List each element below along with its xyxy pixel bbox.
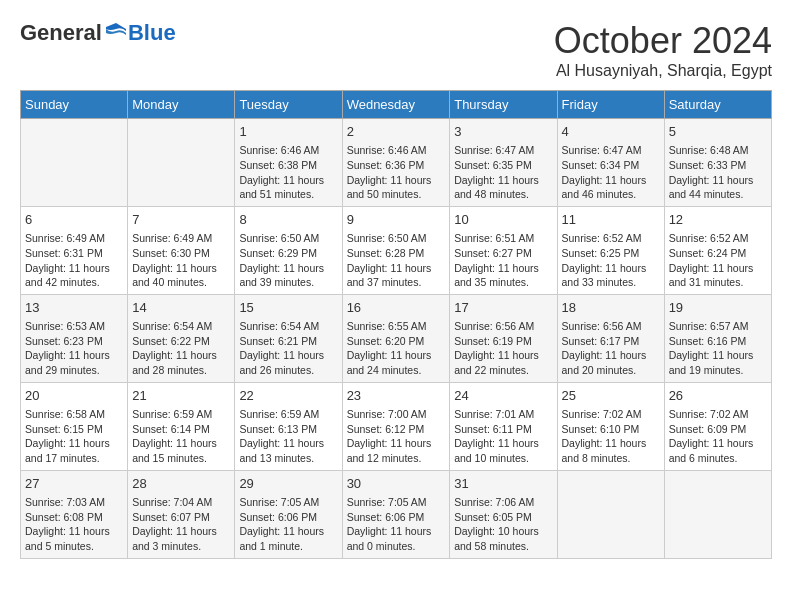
cell-text: Daylight: 11 hours and 35 minutes.	[454, 261, 552, 290]
header-friday: Friday	[557, 91, 664, 119]
header-saturday: Saturday	[664, 91, 771, 119]
cell-text: Sunrise: 6:55 AM	[347, 319, 446, 334]
cell-text: Sunrise: 6:48 AM	[669, 143, 767, 158]
logo: General Blue	[20, 20, 176, 46]
cell-text: Sunrise: 6:57 AM	[669, 319, 767, 334]
day-number: 6	[25, 211, 123, 229]
cell-text: Sunrise: 7:05 AM	[239, 495, 337, 510]
day-number: 14	[132, 299, 230, 317]
cell-text: Sunrise: 6:47 AM	[454, 143, 552, 158]
calendar-week-row: 1Sunrise: 6:46 AMSunset: 6:38 PMDaylight…	[21, 119, 772, 207]
cell-text: Sunset: 6:09 PM	[669, 422, 767, 437]
cell-text: Daylight: 11 hours and 28 minutes.	[132, 348, 230, 377]
cell-text: Daylight: 11 hours and 15 minutes.	[132, 436, 230, 465]
day-number: 4	[562, 123, 660, 141]
cell-text: Sunset: 6:34 PM	[562, 158, 660, 173]
calendar-cell: 22Sunrise: 6:59 AMSunset: 6:13 PMDayligh…	[235, 382, 342, 470]
calendar-cell: 7Sunrise: 6:49 AMSunset: 6:30 PMDaylight…	[128, 206, 235, 294]
day-number: 24	[454, 387, 552, 405]
day-number: 27	[25, 475, 123, 493]
cell-text: Sunset: 6:28 PM	[347, 246, 446, 261]
cell-text: Daylight: 11 hours and 42 minutes.	[25, 261, 123, 290]
cell-text: Daylight: 11 hours and 13 minutes.	[239, 436, 337, 465]
calendar-cell: 26Sunrise: 7:02 AMSunset: 6:09 PMDayligh…	[664, 382, 771, 470]
logo-general: General	[20, 20, 102, 46]
header-thursday: Thursday	[450, 91, 557, 119]
day-number: 21	[132, 387, 230, 405]
calendar-cell: 4Sunrise: 6:47 AMSunset: 6:34 PMDaylight…	[557, 119, 664, 207]
cell-text: Sunrise: 7:01 AM	[454, 407, 552, 422]
cell-text: Daylight: 11 hours and 12 minutes.	[347, 436, 446, 465]
cell-text: Sunset: 6:16 PM	[669, 334, 767, 349]
cell-text: Sunrise: 6:51 AM	[454, 231, 552, 246]
logo-icon	[104, 21, 128, 45]
day-number: 30	[347, 475, 446, 493]
cell-text: Sunset: 6:12 PM	[347, 422, 446, 437]
calendar-cell: 2Sunrise: 6:46 AMSunset: 6:36 PMDaylight…	[342, 119, 450, 207]
calendar-cell: 3Sunrise: 6:47 AMSunset: 6:35 PMDaylight…	[450, 119, 557, 207]
calendar-week-row: 20Sunrise: 6:58 AMSunset: 6:15 PMDayligh…	[21, 382, 772, 470]
day-number: 22	[239, 387, 337, 405]
calendar-cell: 29Sunrise: 7:05 AMSunset: 6:06 PMDayligh…	[235, 470, 342, 558]
cell-text: Sunset: 6:35 PM	[454, 158, 552, 173]
cell-text: Sunset: 6:23 PM	[25, 334, 123, 349]
location-title: Al Husayniyah, Sharqia, Egypt	[554, 62, 772, 80]
cell-text: Daylight: 11 hours and 37 minutes.	[347, 261, 446, 290]
cell-text: Daylight: 11 hours and 44 minutes.	[669, 173, 767, 202]
calendar-cell: 24Sunrise: 7:01 AMSunset: 6:11 PMDayligh…	[450, 382, 557, 470]
calendar-cell: 20Sunrise: 6:58 AMSunset: 6:15 PMDayligh…	[21, 382, 128, 470]
header-sunday: Sunday	[21, 91, 128, 119]
calendar-week-row: 13Sunrise: 6:53 AMSunset: 6:23 PMDayligh…	[21, 294, 772, 382]
calendar-cell: 1Sunrise: 6:46 AMSunset: 6:38 PMDaylight…	[235, 119, 342, 207]
cell-text: Sunrise: 6:52 AM	[669, 231, 767, 246]
day-number: 18	[562, 299, 660, 317]
cell-text: Sunrise: 6:47 AM	[562, 143, 660, 158]
calendar-table: SundayMondayTuesdayWednesdayThursdayFrid…	[20, 90, 772, 559]
cell-text: Daylight: 11 hours and 24 minutes.	[347, 348, 446, 377]
cell-text: Sunrise: 6:54 AM	[132, 319, 230, 334]
cell-text: Sunset: 6:07 PM	[132, 510, 230, 525]
day-number: 11	[562, 211, 660, 229]
calendar-cell	[21, 119, 128, 207]
calendar-cell: 13Sunrise: 6:53 AMSunset: 6:23 PMDayligh…	[21, 294, 128, 382]
cell-text: Daylight: 11 hours and 26 minutes.	[239, 348, 337, 377]
day-number: 8	[239, 211, 337, 229]
cell-text: Sunrise: 7:06 AM	[454, 495, 552, 510]
day-number: 23	[347, 387, 446, 405]
calendar-cell: 11Sunrise: 6:52 AMSunset: 6:25 PMDayligh…	[557, 206, 664, 294]
cell-text: Sunset: 6:21 PM	[239, 334, 337, 349]
calendar-cell: 19Sunrise: 6:57 AMSunset: 6:16 PMDayligh…	[664, 294, 771, 382]
title-block: October 2024 Al Husayniyah, Sharqia, Egy…	[554, 20, 772, 80]
day-number: 13	[25, 299, 123, 317]
cell-text: Sunset: 6:19 PM	[454, 334, 552, 349]
calendar-cell	[557, 470, 664, 558]
cell-text: Sunrise: 7:02 AM	[669, 407, 767, 422]
cell-text: Sunset: 6:31 PM	[25, 246, 123, 261]
cell-text: Sunset: 6:06 PM	[347, 510, 446, 525]
day-number: 17	[454, 299, 552, 317]
calendar-cell: 27Sunrise: 7:03 AMSunset: 6:08 PMDayligh…	[21, 470, 128, 558]
calendar-cell: 17Sunrise: 6:56 AMSunset: 6:19 PMDayligh…	[450, 294, 557, 382]
cell-text: Sunset: 6:17 PM	[562, 334, 660, 349]
day-number: 10	[454, 211, 552, 229]
cell-text: Sunrise: 6:53 AM	[25, 319, 123, 334]
calendar-cell: 31Sunrise: 7:06 AMSunset: 6:05 PMDayligh…	[450, 470, 557, 558]
cell-text: Sunset: 6:08 PM	[25, 510, 123, 525]
day-number: 19	[669, 299, 767, 317]
cell-text: Daylight: 11 hours and 20 minutes.	[562, 348, 660, 377]
calendar-cell: 6Sunrise: 6:49 AMSunset: 6:31 PMDaylight…	[21, 206, 128, 294]
cell-text: Sunrise: 6:56 AM	[454, 319, 552, 334]
cell-text: Sunrise: 6:49 AM	[132, 231, 230, 246]
cell-text: Sunset: 6:05 PM	[454, 510, 552, 525]
cell-text: Sunset: 6:10 PM	[562, 422, 660, 437]
cell-text: Daylight: 11 hours and 1 minute.	[239, 524, 337, 553]
cell-text: Daylight: 11 hours and 10 minutes.	[454, 436, 552, 465]
calendar-cell: 23Sunrise: 7:00 AMSunset: 6:12 PMDayligh…	[342, 382, 450, 470]
day-number: 29	[239, 475, 337, 493]
cell-text: Sunset: 6:25 PM	[562, 246, 660, 261]
cell-text: Sunrise: 7:05 AM	[347, 495, 446, 510]
calendar-cell: 15Sunrise: 6:54 AMSunset: 6:21 PMDayligh…	[235, 294, 342, 382]
cell-text: Sunset: 6:29 PM	[239, 246, 337, 261]
cell-text: Daylight: 11 hours and 31 minutes.	[669, 261, 767, 290]
cell-text: Daylight: 11 hours and 33 minutes.	[562, 261, 660, 290]
